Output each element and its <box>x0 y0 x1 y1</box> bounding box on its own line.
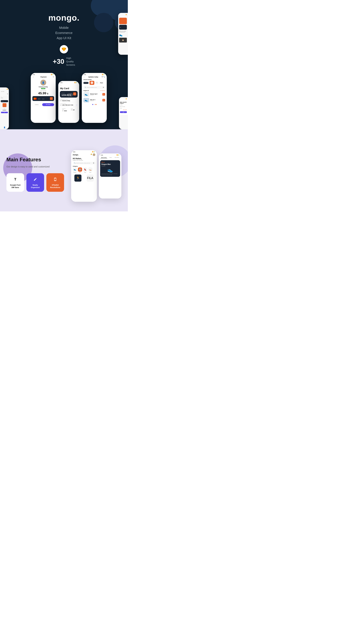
partial-phone-left: ⚡📶 and hat ≡ ✂ Heels Top Rated 🏃 Sport $… <box>0 88 9 129</box>
sketch-icon <box>62 47 66 52</box>
phone-icon <box>52 176 58 182</box>
product-item-1: 👟 Woman Sport 145.9 $ 22Aug <box>82 92 107 97</box>
partial-phone-right-top: ⚡📶 ← Ka... What is lor simply dur Ipsum … <box>118 13 128 55</box>
lavender-separator <box>0 129 128 142</box>
screens-badge: +30 High Quality Screens <box>53 56 75 66</box>
screens-text: High Quality Screens <box>66 56 75 66</box>
feature-font-label: Google Font DM Sans <box>9 184 22 188</box>
screens-number: +30 <box>53 58 64 65</box>
new-arrival-tabs: New Arrival Sales Top Rated <box>99 156 122 159</box>
hero-section: mongo. Mobile Ecommerce App UI Kit +30 H… <box>0 0 128 129</box>
product-item-2: 👟 Nike Air 2 135.9 $ 22Aug <box>82 97 107 103</box>
payment-phone: 9:41 📶🔋 ← Payment + 👤 Katarina Kiddy Ver… <box>31 73 56 123</box>
updates-phone: 9:41 📶🔋 ← Updates today ♡ 🔍 Choose brand… <box>82 73 107 123</box>
cat-heels: 👡 Heels <box>88 168 92 173</box>
features-title: Main Features <box>6 157 64 162</box>
cat-sneaker: 👟 Sneaker <box>73 168 77 173</box>
na-product-card: FILA Dragon Man 10.69 $ 👟 Lorem ipsum do… <box>100 160 120 177</box>
phones-row: ⚡📶 and hat ≡ ✂ Heels Top Rated 🏃 Sport $… <box>3 73 124 123</box>
circle-4 <box>94 13 113 32</box>
features-left-col: Main Features Our design is easy to used… <box>6 150 64 202</box>
feature-card-resolution: 375x812 Resolutions <box>46 173 64 192</box>
cat-shoe: 👠 Shoe <box>83 168 87 173</box>
feature-card-font: T Google Font DM Sans <box>6 173 24 192</box>
pencil-icon <box>32 176 38 182</box>
features-right-col: 9:41 📶🔋 mongo. 🔔 Hi Helen, Explore the n… <box>69 150 122 202</box>
hero-subtitle: Mobile Ecommerce App UI Kit <box>56 25 72 40</box>
feature-organized-label: Neatly Organized <box>29 184 42 188</box>
new-arrival-phone: 9:41 📶🔋 New Arrival Sales Top Rated FILA… <box>99 154 122 198</box>
feature-cards: T Google Font DM Sans Neatly Organized <box>6 173 64 192</box>
mycard-phone: 9:41 📶🔋 ← My Card Balance 1234.99 $ + <box>58 81 79 123</box>
features-description: Our design is easy to used and customize… <box>6 165 64 168</box>
hero-logo: mongo. <box>48 13 80 22</box>
features-section: Main Features Our design is easy to used… <box>0 142 128 212</box>
cat-sport: ⚽ Sport <box>78 168 82 173</box>
home-screen-phone: 9:41 📶🔋 mongo. 🔔 Hi Helen, Explore the n… <box>71 150 97 202</box>
partial-phone-right-bottom: ⚡📶 ← Nike Joyride Flyknit 134.$ Men's ru… <box>119 97 128 129</box>
font-icon: T <box>12 176 18 182</box>
feature-card-organized: Neatly Organized <box>26 173 44 192</box>
circle-2 <box>91 0 112 16</box>
sketch-badge <box>60 45 68 54</box>
feature-resolution-label: 375x812 Resolutions <box>49 184 62 188</box>
